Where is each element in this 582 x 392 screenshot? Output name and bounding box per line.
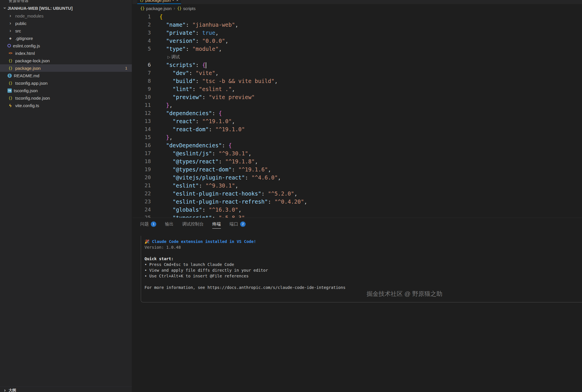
code-line-10[interactable]: 10 "preview": "vite preview" — [132, 93, 582, 101]
line-number: 15 — [132, 133, 151, 141]
file-item-src[interactable]: ›src — [0, 27, 132, 34]
code-line-3[interactable]: 3 "private": true, — [132, 29, 582, 37]
code-line-5[interactable]: 5 "type": "module", — [132, 45, 582, 53]
code-line-16[interactable]: 16 "devDependencies": { — [132, 141, 582, 149]
code-text: "scripts": { — [159, 61, 206, 69]
panel-tab-终端[interactable]: 终端 — [212, 218, 221, 230]
panel-tab-调试控制台[interactable]: 调试控制台 — [182, 218, 204, 230]
panel-tab-端口[interactable]: 端口2 — [230, 218, 246, 230]
code-line-18[interactable]: 18 "@types/react": "^19.1.8", — [132, 157, 582, 165]
panel-tab-输出[interactable]: 输出 — [165, 218, 174, 230]
code-line-15[interactable]: 15 }, — [132, 133, 582, 141]
json-braces-icon: {} — [7, 66, 13, 70]
code-line-25[interactable]: 25 "typescript": "~5.8.3", — [132, 214, 582, 218]
line-number: 19 — [132, 165, 151, 173]
line-number: 21 — [132, 181, 151, 190]
code-line-6[interactable]: 6 "scripts": { — [132, 61, 582, 69]
code-text: "react-dom": "^19.1.0" — [159, 125, 245, 133]
json-braces-icon: {} — [7, 81, 13, 85]
line-number: 3 — [132, 29, 151, 37]
tab-label: package.json — [145, 0, 171, 3]
code-text: "eslint-plugin-react-refresh": "^0.4.20"… — [159, 198, 307, 206]
line-number: 24 — [132, 206, 151, 214]
terminal-line — [144, 279, 582, 285]
outline-label: 大纲 — [9, 388, 16, 392]
code-line-7[interactable]: 7 "dev": "vite", — [132, 69, 582, 77]
line-number: 2 — [132, 21, 151, 29]
code-line-20[interactable]: 20 "@vitejs/plugin-react": "^4.6.0", — [132, 173, 582, 181]
file-item-vite.config.ts[interactable]: ϟvite.config.ts — [0, 102, 132, 109]
outline-section[interactable]: › 大纲 — [0, 387, 132, 392]
code-editor[interactable]: 1{2 "name": "jianhua-web",3 "private": t… — [132, 13, 582, 218]
chevron-right-icon: › — [2, 388, 7, 392]
code-line-14[interactable]: 14 "react-dom": "^19.1.0" — [132, 125, 582, 133]
code-line-1[interactable]: 1{ — [132, 13, 582, 21]
terminal-link[interactable]: https://docs.anthropic.com/s/claude-code… — [207, 285, 345, 290]
terminal-lines: 🎉 Claude Code extension installed in VS … — [144, 239, 582, 290]
breadcrumb-item-package.json[interactable]: {}package.json — [140, 6, 171, 11]
code-line-19[interactable]: 19 "@types/react-dom": "^19.1.6", — [132, 165, 582, 173]
chevron-right-icon: › — [174, 6, 175, 11]
code-text: "preview": "vite preview" — [159, 93, 255, 101]
file-item-eslint.config.js[interactable]: eslint.config.js — [0, 42, 132, 49]
project-root[interactable]: › JIANHUA-WEB [WSL: UBUNTU] — [0, 4, 132, 12]
terminal-line: • View and apply file diffs directly in … — [144, 267, 582, 273]
file-label: .gitignore — [15, 36, 33, 41]
code-line-21[interactable]: 21 "eslint": "^9.30.1", — [132, 181, 582, 190]
file-item-tsconfig.node.json[interactable]: {}tsconfig.node.json — [0, 94, 132, 102]
code-text: "name": "jianhua-web", — [159, 21, 238, 29]
file-item-package.json[interactable]: {}package.json1 — [0, 64, 132, 72]
project-name: JIANHUA-WEB [WSL: UBUNTU] — [7, 6, 73, 11]
terminal-line: Quick start: — [144, 256, 582, 262]
file-item-package-lock.json[interactable]: {}package-lock.json — [0, 57, 132, 64]
terminal-line — [144, 250, 582, 256]
line-number: 9 — [132, 85, 151, 93]
code-line-23[interactable]: 23 "eslint-plugin-react-refresh": "^0.4.… — [132, 198, 582, 206]
terminal-line: For more information, see https://docs.a… — [144, 285, 582, 290]
code-line-13[interactable]: 13 "react": "^19.1.0", — [132, 117, 582, 125]
file-label: package.json — [15, 66, 41, 71]
code-line-24[interactable]: 24 "globals": "^16.3.0", — [132, 206, 582, 214]
panel-tab-问题[interactable]: 问题1 — [140, 218, 156, 230]
code-line-12[interactable]: 12 "dependencies": { — [132, 109, 582, 117]
file-label: tsconfig.app.json — [15, 81, 48, 86]
breadcrumb-item-scripts[interactable]: {}scripts — [177, 6, 196, 11]
line-number: 23 — [132, 198, 151, 206]
file-item-.gitignore[interactable]: ◆.gitignore — [0, 34, 132, 42]
code-line-17[interactable]: 17 "@eslint/js": "^9.30.1", — [132, 149, 582, 157]
file-item-tsconfig.app.json[interactable]: {}tsconfig.app.json — [0, 79, 132, 87]
file-item-public[interactable]: ›public — [0, 20, 132, 27]
code-text: "@types/react": "^19.1.8", — [159, 157, 258, 165]
code-line-22[interactable]: 22 "eslint-plugin-react-hooks": "^5.2.0"… — [132, 190, 582, 198]
file-label: eslint.config.js — [13, 43, 40, 48]
codelens-debug[interactable]: ▷调试 — [132, 53, 582, 61]
code-text: "eslint-plugin-react-hooks": "^5.2.0", — [159, 190, 297, 198]
code-text: "dev": "vite", — [159, 69, 219, 77]
file-tree: ›node_modules›public›src◆.gitignoreeslin… — [0, 12, 132, 109]
file-label: src — [15, 28, 21, 33]
code-line-11[interactable]: 11 }, — [132, 101, 582, 109]
terminal-output[interactable]: 🎉 Claude Code extension installed in VS … — [141, 236, 582, 302]
file-item-index.html[interactable]: <>index.html — [0, 49, 132, 57]
dirty-dot-icon: ● — [172, 0, 174, 1]
file-label: tsconfig.json — [14, 88, 38, 93]
explorer-sidebar: 资源管理器 › JIANHUA-WEB [WSL: UBUNTU] ›node_… — [0, 0, 132, 392]
markdown-info-icon: i — [7, 74, 12, 78]
file-label: index.html — [15, 51, 35, 56]
code-line-9[interactable]: 9 "lint": "eslint .", — [132, 85, 582, 93]
panel-tab-label: 调试控制台 — [182, 221, 204, 227]
editor-tab-bar: {} package.json ● × — [132, 0, 582, 4]
file-item-tsconfig.json[interactable]: TStsconfig.json — [0, 87, 132, 94]
file-item-node_modules[interactable]: ›node_modules — [0, 12, 132, 20]
code-line-2[interactable]: 2 "name": "jianhua-web", — [132, 21, 582, 29]
problems-badge: 1 — [125, 66, 127, 70]
breadcrumb: {}package.json›{}scripts — [132, 4, 582, 13]
file-item-README.md[interactable]: iREADME.md — [0, 72, 132, 79]
tab-package-json[interactable]: {} package.json ● × — [137, 0, 181, 4]
html-code-icon: <> — [7, 51, 13, 55]
chevron-right-icon: › — [7, 21, 13, 26]
close-icon[interactable]: × — [176, 0, 179, 2]
code-line-4[interactable]: 4 "version": "0.0.0", — [132, 37, 582, 45]
gitignore-icon: ◆ — [7, 36, 13, 40]
code-line-8[interactable]: 8 "build": "tsc -b && vite build", — [132, 77, 582, 85]
